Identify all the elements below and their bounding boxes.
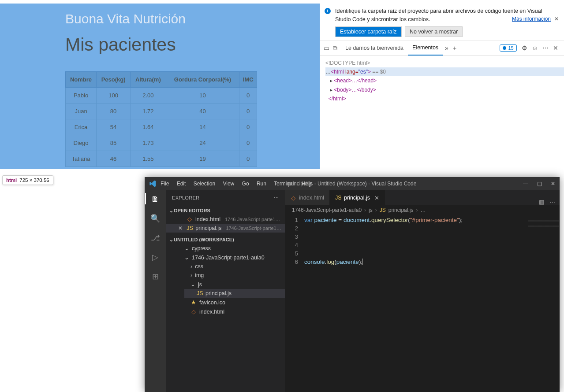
- add-tab-icon[interactable]: +: [453, 44, 456, 52]
- menu-run[interactable]: Run: [257, 181, 266, 187]
- file-favicon[interactable]: ★favicon.ico: [178, 298, 285, 307]
- table-cell: 0: [239, 119, 257, 135]
- table-cell: 1.73: [131, 135, 166, 151]
- dont-show-again-button[interactable]: No volver a mostrar: [405, 26, 463, 37]
- folder-project[interactable]: ⌄1746-JavaScript-parte1-aula0: [172, 253, 285, 262]
- vscode-titlebar[interactable]: File Edit Selection View Go Run Terminal…: [145, 177, 560, 190]
- kebab-icon[interactable]: ⋯: [542, 44, 549, 52]
- close-devtools-icon[interactable]: ✕: [553, 44, 558, 52]
- menu-selection[interactable]: Selection: [194, 181, 215, 187]
- set-root-folder-button[interactable]: Establecer carpeta raíz: [335, 26, 402, 37]
- breadcrumb[interactable]: 1746-JavaScript-parte1-aula0› js› JSprin…: [285, 205, 560, 215]
- dom-tree[interactable]: <!DOCTYPE html> …<html lang="es"> == $0 …: [320, 56, 564, 104]
- source-control-icon[interactable]: ⎇: [151, 233, 160, 243]
- explorer-more-icon[interactable]: ⋯: [274, 195, 279, 201]
- th-peso: Peso(kg): [97, 72, 131, 88]
- editor-area: ◇index.html JSprincipal.js✕ ▥⋯ 1746-Java…: [285, 190, 560, 392]
- device-icon[interactable]: ⧉: [333, 44, 337, 52]
- maximize-icon[interactable]: ▢: [537, 181, 542, 187]
- banner-text: Identifique la carpeta raíz del proyecto…: [335, 8, 542, 22]
- tooltip-tag: html: [6, 178, 17, 183]
- explorer-header: EXPLORER: [172, 195, 199, 200]
- tab-index-html[interactable]: ◇index.html: [285, 190, 330, 205]
- minimize-icon[interactable]: —: [523, 181, 528, 187]
- table-row: Juan801.72400: [66, 104, 257, 119]
- table-cell: 0: [239, 135, 257, 151]
- vscode-window: File Edit Selection View Go Run Terminal…: [145, 177, 560, 392]
- table-cell: Diego: [66, 135, 97, 151]
- folder-css[interactable]: ›css: [178, 262, 285, 271]
- table-row: Erica541.64140: [66, 119, 257, 135]
- table-cell: 2.00: [131, 88, 166, 104]
- patients-table: Nombre Peso(kg) Altura(m) Gordura Corpor…: [65, 71, 257, 167]
- window-title: principal.js - Untitled (Workspace) - Vi…: [288, 181, 417, 187]
- open-editor-index[interactable]: ◇index.html1746-JavaScript-parte1-a...: [166, 214, 285, 224]
- folder-img[interactable]: ›img: [178, 271, 285, 280]
- tab-principal-js[interactable]: JSprincipal.js✕: [330, 190, 385, 205]
- tooltip-dimensions: 725 × 370.56: [19, 178, 49, 183]
- run-debug-icon[interactable]: ▷: [152, 252, 158, 262]
- folder-cypress[interactable]: ⌄cypress: [172, 244, 285, 253]
- table-row: Diego851.73240: [66, 135, 257, 151]
- table-row: Pablo1002.00100: [66, 88, 257, 104]
- send-feedback-icon[interactable]: ☺: [532, 44, 538, 52]
- table-cell: 54: [97, 119, 131, 135]
- table-cell: 19: [166, 151, 239, 167]
- vscode-logo-icon: [149, 180, 156, 187]
- extensions-icon[interactable]: ⊞: [152, 272, 159, 281]
- settings-icon[interactable]: ⚙: [522, 44, 527, 52]
- issues-dot-icon: [503, 46, 506, 50]
- th-altura: Altura(m): [131, 72, 166, 88]
- menu-file[interactable]: File: [161, 181, 169, 187]
- file-principal-js[interactable]: JSprincipal.js: [184, 289, 285, 298]
- table-cell: 1.64: [131, 119, 166, 135]
- inspect-icon[interactable]: ▭: [324, 44, 329, 52]
- code-content[interactable]: var paciente = document.querySelector("#…: [304, 216, 560, 266]
- editor-tabs: ◇index.html JSprincipal.js✕ ▥⋯: [285, 190, 560, 205]
- close-icon[interactable]: ✕: [554, 15, 559, 23]
- file-index-html[interactable]: ◇index.html: [178, 307, 285, 316]
- dom-body[interactable]: ▸ <body>…</body>: [325, 85, 564, 94]
- th-gordura: Gordura Corporal(%): [166, 72, 239, 88]
- open-editors-section[interactable]: ⌄OPEN EDITORS: [166, 207, 285, 214]
- th-imc: IMC: [239, 72, 257, 88]
- split-editor-icon[interactable]: ▥: [539, 199, 544, 205]
- devtools-panel: i Identifique la carpeta raíz del proyec…: [320, 4, 564, 169]
- table-cell: 0: [239, 151, 257, 167]
- line-gutter: 123456: [285, 216, 304, 266]
- more-info-link[interactable]: Más información: [512, 15, 551, 23]
- tab-welcome[interactable]: Le damos la bienvenida: [341, 41, 408, 55]
- search-icon[interactable]: 🔍: [150, 214, 160, 223]
- table-cell: 85: [97, 135, 131, 151]
- menu-view[interactable]: View: [223, 181, 234, 187]
- editor-more-icon[interactable]: ⋯: [549, 199, 555, 205]
- open-editor-principal[interactable]: ✕JSprincipal.js1746-JavaScript-parte1-a.…: [166, 224, 285, 233]
- table-cell: 24: [166, 135, 239, 151]
- dom-html-close[interactable]: </html>: [325, 94, 564, 103]
- dom-doctype[interactable]: <!DOCTYPE html>: [325, 59, 564, 67]
- workspace-section[interactable]: ⌄UNTITLED (WORKSPACE): [166, 236, 285, 244]
- inspector-tooltip: html725 × 370.56: [2, 175, 53, 185]
- menu-go[interactable]: Go: [242, 181, 249, 187]
- table-cell: 0: [239, 88, 257, 104]
- table-cell: 14: [166, 119, 239, 135]
- folder-js[interactable]: ⌄js: [178, 280, 285, 289]
- dom-head[interactable]: ▸ <head>…</head>: [325, 76, 564, 85]
- more-tabs-icon[interactable]: »: [445, 44, 448, 52]
- devtools-tabbar: ▭ ⧉ Le damos la bienvenida Elementos » +…: [320, 41, 564, 56]
- menu-edit[interactable]: Edit: [177, 181, 186, 187]
- table-cell: 10: [166, 88, 239, 104]
- tab-close-icon[interactable]: ✕: [374, 195, 379, 201]
- minimap[interactable]: [528, 220, 559, 238]
- table-row: Tatiana461.55190: [66, 151, 257, 167]
- close-window-icon[interactable]: ✕: [551, 181, 555, 187]
- issues-badge[interactable]: 15: [500, 44, 516, 52]
- explorer-icon[interactable]: 🗎: [151, 195, 159, 204]
- dom-html-open[interactable]: …<html lang="es"> == $0: [325, 67, 564, 76]
- table-cell: 1.55: [131, 151, 166, 167]
- site-title: Buona Vita Nutrición: [65, 11, 320, 26]
- tab-elements[interactable]: Elementos: [408, 41, 443, 55]
- issues-count: 15: [508, 45, 513, 51]
- code-editor[interactable]: 123456 var paciente = document.querySele…: [285, 215, 560, 266]
- table-cell: 0: [239, 104, 257, 119]
